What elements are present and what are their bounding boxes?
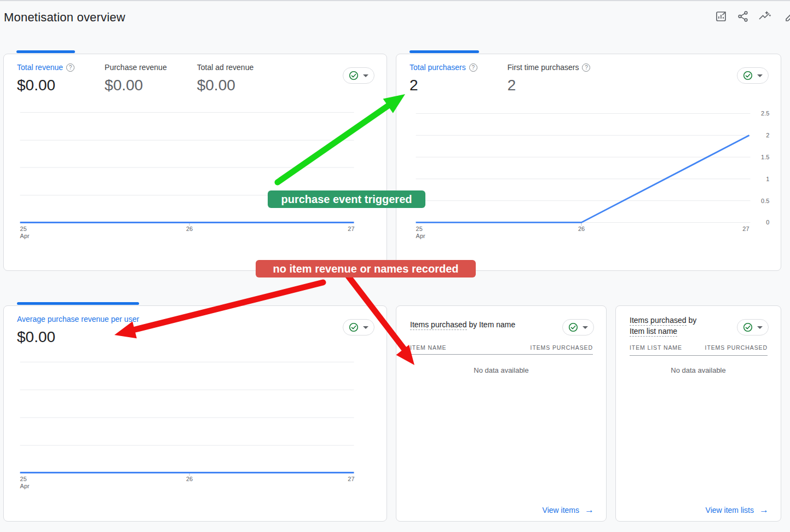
card-title-line2[interactable]: Item list name xyxy=(630,327,677,337)
x-tick-label: 27 xyxy=(348,225,354,232)
table-header-row: ITEM NAME ITEMS PURCHASED xyxy=(410,344,593,351)
column-header-item-list-name[interactable]: ITEM LIST NAME xyxy=(630,344,682,351)
table-header-divider xyxy=(630,355,768,356)
column-header-item-name[interactable]: ITEM NAME xyxy=(410,344,446,351)
x-tick-label: 26 xyxy=(186,476,193,482)
y-tick-label: 2 xyxy=(766,132,769,138)
card-title: Items purchased by Item name xyxy=(410,319,515,330)
table-header-row: ITEM LIST NAME ITEMS PURCHASED xyxy=(630,344,768,351)
arrow-right-icon: → xyxy=(585,506,594,514)
chevron-down-icon xyxy=(583,326,588,329)
card-title-term[interactable]: Items purchased xyxy=(410,320,467,330)
y-tick-label: 0 xyxy=(766,219,769,225)
y-tick-label: 1.5 xyxy=(761,154,769,160)
card-title: Items purchased by Item list name xyxy=(630,315,696,337)
top-divider xyxy=(0,0,790,1)
y-tick-label: 2.5 xyxy=(761,110,769,117)
card-items-by-item-list-name: Items purchased by Item list name ITEM L… xyxy=(615,305,781,522)
x-tick-label: 26 xyxy=(578,225,585,232)
x-tick-label: 25 xyxy=(20,225,27,232)
report-toolbar xyxy=(714,9,790,24)
card-revenue: Total revenue ? $0.00 Purchase revenue $… xyxy=(3,54,387,271)
column-header-items-purchased[interactable]: ITEMS PURCHASED xyxy=(705,344,768,351)
view-items-label: View items xyxy=(543,506,579,514)
gridlines xyxy=(20,362,354,445)
x-tick-label: 25 xyxy=(20,476,27,482)
x-tick-label: 27 xyxy=(348,476,354,482)
view-items-link[interactable]: View items → xyxy=(543,506,594,514)
gridlines xyxy=(416,113,751,222)
view-item-lists-link[interactable]: View item lists → xyxy=(706,506,769,514)
selected-metric-indicator xyxy=(410,50,479,53)
card-average-purchase-revenue: Average purchase revenue per user $0.00 … xyxy=(3,305,387,522)
chevron-down-icon xyxy=(757,326,763,329)
edit-button[interactable] xyxy=(783,9,790,24)
card-title-rest: by xyxy=(687,316,697,325)
card-purchasers: Total purchasers ? 2 First time purchase… xyxy=(396,54,781,271)
gridlines xyxy=(20,112,354,195)
data-quality-button[interactable] xyxy=(562,319,594,336)
y-tick-label: 1 xyxy=(766,176,769,182)
revenue-chart: 25 Apr 26 27 xyxy=(4,54,387,270)
insights-button[interactable] xyxy=(758,9,772,24)
check-circle-icon xyxy=(743,322,753,332)
page-title: Monetisation overview xyxy=(4,10,125,25)
x-tick-label: 26 xyxy=(186,225,193,232)
edit-pencil-icon xyxy=(784,10,790,23)
card-items-by-item-name: Items purchased by Item name ITEM NAME I… xyxy=(396,305,607,522)
table-header-divider xyxy=(410,354,593,355)
selected-metric-indicator xyxy=(17,302,139,305)
card-title-rest: by Item name xyxy=(467,320,516,329)
avg-revenue-chart: 25 Apr 26 27 xyxy=(4,306,387,521)
selected-metric-indicator xyxy=(16,50,75,53)
empty-state-text: No data available xyxy=(616,366,781,374)
insights-icon xyxy=(758,10,772,23)
customize-report-button[interactable] xyxy=(714,9,728,24)
check-circle-icon xyxy=(568,322,578,332)
y-tick-label: 0.5 xyxy=(761,198,769,204)
x-month-label: Apr xyxy=(416,233,425,239)
share-report-button[interactable] xyxy=(736,9,750,24)
x-tick-label: 25 xyxy=(416,225,423,232)
x-month-label: Apr xyxy=(20,483,30,489)
card-title-term[interactable]: Items purchased xyxy=(630,316,687,326)
data-quality-button[interactable] xyxy=(737,319,769,336)
purchasers-chart: 2.5 2 1.5 1 0.5 0 25 Apr 26 27 xyxy=(396,54,781,270)
customize-report-icon xyxy=(714,10,728,23)
share-icon xyxy=(736,10,749,23)
x-tick-label: 27 xyxy=(742,225,749,232)
column-header-items-purchased[interactable]: ITEMS PURCHASED xyxy=(530,344,593,351)
arrow-right-icon: → xyxy=(759,506,769,514)
x-month-label: Apr xyxy=(20,233,30,239)
empty-state-text: No data available xyxy=(396,366,606,374)
view-item-lists-label: View item lists xyxy=(706,506,754,514)
